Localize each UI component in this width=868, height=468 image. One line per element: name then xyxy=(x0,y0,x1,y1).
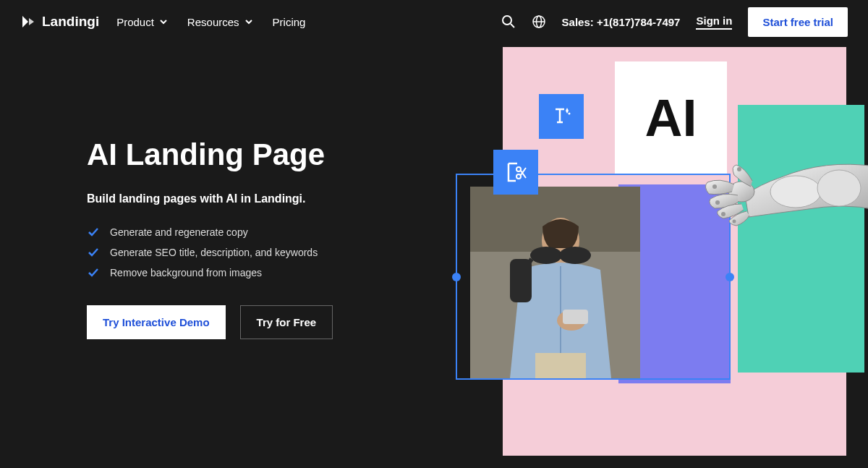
feature-list: Generate and regenerate copy Generate SE… xyxy=(87,226,434,279)
hero: AI Landing Page Build landing pages with… xyxy=(0,43,868,468)
svg-rect-10 xyxy=(510,259,532,302)
nav-label: Product xyxy=(116,16,154,28)
feature-item: Remove background from images xyxy=(87,266,434,279)
try-demo-button[interactable]: Try Interactive Demo xyxy=(87,305,226,339)
check-icon xyxy=(87,266,100,279)
svg-point-23 xyxy=(733,220,736,224)
hero-subtitle: Build landing pages with AI in Landingi. xyxy=(87,192,434,205)
signin-link[interactable]: Sign in xyxy=(696,14,732,30)
hero-left: AI Landing Page Build landing pages with… xyxy=(87,43,434,468)
nav-label: Resources xyxy=(187,16,239,28)
header-right: Sales: +1(817)784-7497 Sign in Start fre… xyxy=(501,7,848,37)
main-nav: Product Resources Pricing xyxy=(116,16,305,28)
feature-text: Generate and regenerate copy xyxy=(110,226,248,238)
person-photo xyxy=(470,187,640,378)
text-sparkle-icon xyxy=(539,94,584,139)
globe-icon[interactable] xyxy=(532,14,546,29)
chevron-down-icon xyxy=(244,17,254,27)
nav-pricing[interactable]: Pricing xyxy=(273,16,306,28)
brand-logo[interactable]: Landingi xyxy=(20,14,99,30)
svg-point-22 xyxy=(721,212,726,216)
svg-line-1 xyxy=(511,24,514,27)
svg-point-15 xyxy=(516,167,521,171)
svg-point-20 xyxy=(712,184,717,189)
svg-point-16 xyxy=(516,174,521,179)
svg-point-8 xyxy=(530,247,562,264)
hero-actions: Try Interactive Demo Try for Free xyxy=(87,305,434,339)
svg-rect-12 xyxy=(563,310,588,324)
feature-text: Generate SEO title, description, and key… xyxy=(110,247,318,258)
svg-point-21 xyxy=(715,200,720,205)
svg-point-14 xyxy=(569,113,571,115)
nav-product[interactable]: Product xyxy=(116,16,169,28)
hero-graphic: AI xyxy=(477,43,868,468)
start-free-trial-button[interactable]: Start free trial xyxy=(748,7,848,37)
nav-resources[interactable]: Resources xyxy=(187,16,254,28)
try-free-button[interactable]: Try for Free xyxy=(240,305,333,339)
svg-point-24 xyxy=(737,167,741,171)
svg-point-26 xyxy=(817,170,861,206)
robot-hand xyxy=(651,123,868,268)
logo-icon xyxy=(20,14,36,30)
brand-name: Landingi xyxy=(42,14,99,30)
feature-text: Remove background from images xyxy=(110,267,262,278)
svg-point-0 xyxy=(503,16,511,25)
header: Landingi Product Resources Pricing xyxy=(0,0,868,43)
search-icon[interactable] xyxy=(501,14,516,29)
nav-label: Pricing xyxy=(273,16,306,28)
svg-point-25 xyxy=(770,176,821,208)
svg-rect-13 xyxy=(535,353,586,378)
check-icon xyxy=(87,246,100,259)
check-icon xyxy=(87,226,100,239)
feature-item: Generate SEO title, description, and key… xyxy=(87,246,434,259)
page-title: AI Landing Page xyxy=(87,137,434,172)
cut-icon xyxy=(493,150,538,195)
sales-phone[interactable]: Sales: +1(817)784-7497 xyxy=(562,16,681,28)
feature-item: Generate and regenerate copy xyxy=(87,226,434,239)
chevron-down-icon xyxy=(158,17,169,27)
svg-point-9 xyxy=(559,247,591,264)
